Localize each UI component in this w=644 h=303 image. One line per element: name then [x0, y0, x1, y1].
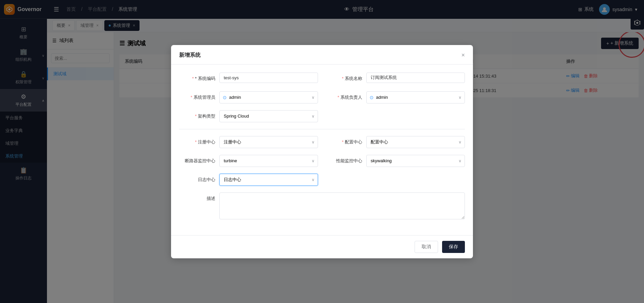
admin-user-icon: ⊙ [223, 95, 227, 100]
owner-user-icon: ⊙ [370, 95, 374, 100]
form-row-3-empty [326, 110, 465, 122]
config-center-control: 配置中心 [366, 136, 465, 148]
form-row-6: 日志中心 日志中心 [179, 174, 465, 186]
breaker-label: 断路器监控中心 [179, 155, 219, 167]
system-code-input[interactable] [219, 73, 318, 83]
dialog-header: 新增系统 × [171, 45, 473, 64]
system-code-control [219, 73, 318, 83]
arch-type-control: Spring Cloud [219, 110, 318, 122]
breaker-control: turbine [219, 155, 318, 167]
form-group-perf: 性能监控中心 skywalking [326, 155, 465, 167]
add-system-dialog: 新增系统 × * * 系统编码 * 系统名称 [171, 45, 473, 258]
desc-label: 描述 [179, 192, 219, 205]
dialog-title: 新增系统 [179, 52, 201, 59]
form-row-3: * 架构类型 Spring Cloud [179, 110, 465, 122]
reg-center-select[interactable]: 注册中心 [219, 136, 318, 148]
perf-control: skywalking [366, 155, 465, 167]
form-row-7: 描述 [179, 192, 465, 220]
form-group-arch: * 架构类型 Spring Cloud [179, 110, 318, 122]
breaker-select[interactable]: turbine [219, 155, 318, 167]
system-name-control [366, 73, 465, 83]
arch-type-label: * 架构类型 [179, 110, 219, 122]
system-name-label: * 系统名称 [326, 73, 366, 85]
dialog-body: * * 系统编码 * 系统名称 [171, 64, 473, 235]
config-center-select[interactable]: 配置中心 [366, 136, 465, 148]
form-group-desc: 描述 [179, 192, 465, 220]
arch-type-select[interactable]: Spring Cloud [219, 110, 318, 122]
system-name-input[interactable] [366, 73, 465, 83]
system-admin-select[interactable]: admin [219, 91, 318, 103]
perf-select[interactable]: skywalking [366, 155, 465, 167]
system-admin-label: * 系统管理员 [179, 91, 219, 103]
system-owner-label: * 系统负责人 [326, 91, 366, 103]
desc-textarea[interactable] [219, 192, 465, 219]
log-center-select[interactable]: 日志中心 [219, 174, 318, 186]
reg-center-label: * 注册中心 [179, 136, 219, 148]
config-center-label: * 配置中心 [326, 136, 366, 148]
reg-center-control: 注册中心 [219, 136, 318, 148]
form-row-6-empty [326, 174, 465, 186]
form-group-breaker: 断路器监控中心 turbine [179, 155, 318, 167]
system-code-label: * * 系统编码 [179, 73, 219, 85]
form-group-name: * 系统名称 [326, 73, 465, 85]
form-group-admin: * 系统管理员 ⊙ admin [179, 91, 318, 103]
system-admin-control: ⊙ admin [219, 91, 318, 103]
form-row-2: * 系统管理员 ⊙ admin * 系统负责人 [179, 91, 465, 103]
dialog-footer: 取消 保存 [171, 235, 473, 258]
form-row-1: * * 系统编码 * 系统名称 [179, 73, 465, 85]
form-group-log: 日志中心 日志中心 [179, 174, 318, 186]
form-group-reg: * 注册中心 注册中心 [179, 136, 318, 148]
form-group-owner: * 系统负责人 ⊙ admin [326, 91, 465, 103]
dialog-close-button[interactable]: × [461, 52, 465, 59]
system-owner-select[interactable]: admin [366, 91, 465, 103]
log-center-control: 日志中心 [219, 174, 318, 186]
perf-label: 性能监控中心 [326, 155, 366, 167]
dialog-overlay: 新增系统 × * * 系统编码 * 系统名称 [0, 0, 644, 303]
form-group-config: * 配置中心 配置中心 [326, 136, 465, 148]
system-owner-control: ⊙ admin [366, 91, 465, 103]
desc-control [219, 192, 465, 220]
form-divider [179, 129, 465, 129]
log-center-label: 日志中心 [179, 174, 219, 186]
cancel-button[interactable]: 取消 [415, 241, 438, 253]
form-row-4: * 注册中心 注册中心 * 配置中心 [179, 136, 465, 148]
save-button[interactable]: 保存 [442, 241, 465, 253]
form-group-code: * * 系统编码 [179, 73, 318, 85]
form-row-5: 断路器监控中心 turbine 性能监控中心 [179, 155, 465, 167]
